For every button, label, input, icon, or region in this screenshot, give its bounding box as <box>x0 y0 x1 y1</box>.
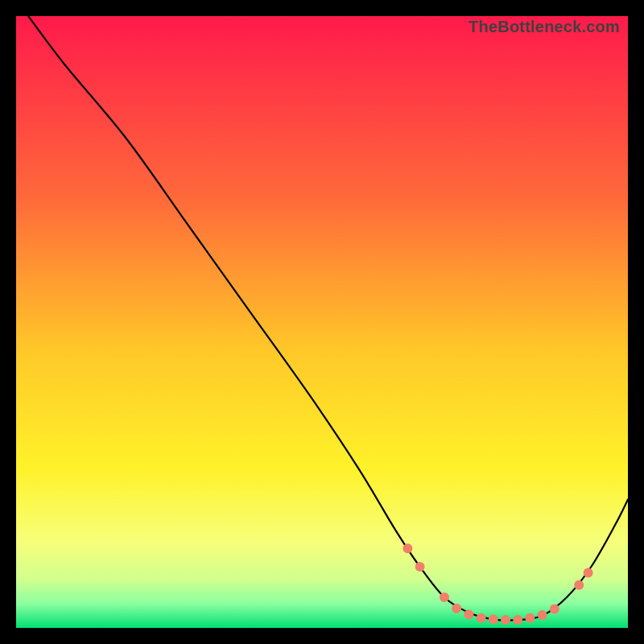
curve-marker-dot <box>574 580 584 590</box>
gradient-background <box>16 16 628 628</box>
bottleneck-curve-chart <box>16 16 628 628</box>
curve-marker-dot <box>538 610 547 620</box>
curve-marker-dot <box>584 568 593 578</box>
curve-marker-dot <box>501 615 510 625</box>
curve-marker-dot <box>550 604 559 613</box>
watermark-text: TheBottleneck.com <box>469 18 620 36</box>
curve-marker-dot <box>477 613 486 623</box>
curve-marker-dot <box>440 592 449 602</box>
chart-frame: TheBottleneck.com <box>16 16 628 628</box>
curve-marker-dot <box>452 604 461 613</box>
curve-marker-dot <box>525 613 535 623</box>
curve-marker-dot <box>402 543 412 553</box>
curve-marker-dot <box>415 562 425 572</box>
curve-marker-dot <box>489 614 498 624</box>
curve-marker-dot <box>513 615 522 625</box>
curve-marker-dot <box>464 609 473 619</box>
